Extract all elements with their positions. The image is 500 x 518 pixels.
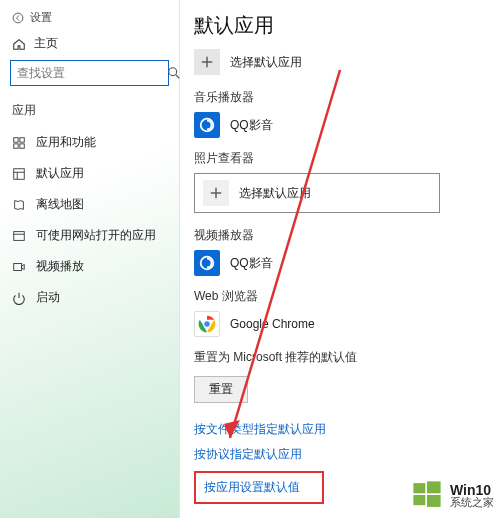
search-field[interactable]: [17, 66, 167, 80]
chrome-icon: [194, 311, 220, 337]
back-icon: [12, 12, 24, 24]
sidebar-item-label: 默认应用: [36, 165, 84, 182]
sidebar-item-label: 启动: [36, 289, 60, 306]
sidebar-section-heading: 应用: [10, 96, 169, 125]
svg-rect-10: [14, 231, 25, 240]
sidebar-item-apps-features[interactable]: 应用和功能: [10, 127, 169, 158]
home-icon: [12, 37, 26, 51]
plus-icon-box: [203, 180, 229, 206]
sidebar-item-website-apps[interactable]: 可使用网站打开的应用: [10, 220, 169, 251]
choose-default-label: 选择默认应用: [230, 54, 302, 71]
sidebar-item-offline-maps[interactable]: 离线地图: [10, 189, 169, 220]
svg-rect-12: [14, 263, 22, 270]
svg-rect-4: [20, 137, 24, 141]
startup-icon: [12, 291, 26, 305]
watermark-line1: Win10: [450, 483, 494, 497]
home-nav[interactable]: 主页: [10, 31, 169, 60]
reset-description: 重置为 Microsoft 推荐的默认值: [194, 349, 486, 366]
svg-rect-27: [427, 495, 441, 507]
svg-rect-3: [14, 137, 18, 141]
svg-rect-26: [413, 495, 425, 505]
svg-point-0: [13, 13, 23, 23]
plus-icon-box: [194, 49, 220, 75]
map-icon: [12, 198, 26, 212]
sidebar: 设置 主页 应用 应用和功能 默认应用 离线地图: [0, 0, 180, 518]
photo-viewer-choose[interactable]: 选择默认应用: [194, 173, 440, 213]
photo-choose-label: 选择默认应用: [239, 185, 311, 202]
svg-rect-6: [20, 143, 24, 147]
plus-icon: [200, 55, 214, 69]
music-player-row[interactable]: QQ影音: [194, 112, 486, 138]
sidebar-item-label: 视频播放: [36, 258, 84, 275]
svg-rect-7: [14, 168, 25, 179]
main-content: 默认应用 选择默认应用 音乐播放器 QQ影音 照片查看器 选择默认应用 视频播放…: [180, 0, 500, 518]
home-label: 主页: [34, 35, 58, 52]
section-photo-heading: 照片查看器: [194, 150, 486, 167]
default-apps-icon: [12, 167, 26, 181]
page-title: 默认应用: [194, 12, 486, 39]
sidebar-item-label: 离线地图: [36, 196, 84, 213]
choose-default-row[interactable]: 选择默认应用: [194, 49, 486, 75]
section-music-heading: 音乐播放器: [194, 89, 486, 106]
qq-music-icon: [194, 112, 220, 138]
link-by-file-type[interactable]: 按文件类型指定默认应用: [194, 421, 486, 438]
watermark: Win10 系统之家: [410, 478, 494, 512]
sidebar-item-default-apps[interactable]: 默认应用: [10, 158, 169, 189]
apps-icon: [12, 136, 26, 150]
link-by-protocol[interactable]: 按协议指定默认应用: [194, 446, 486, 463]
win10-logo-icon: [410, 478, 444, 512]
svg-point-21: [204, 321, 211, 328]
svg-rect-25: [427, 481, 441, 493]
svg-rect-5: [14, 143, 18, 147]
sidebar-item-label: 可使用网站打开的应用: [36, 227, 156, 244]
reset-button[interactable]: 重置: [194, 376, 248, 403]
sidebar-item-video-playback[interactable]: 视频播放: [10, 251, 169, 282]
link-by-app[interactable]: 按应用设置默认值: [194, 471, 324, 504]
window-title: 设置: [30, 10, 52, 25]
plus-icon: [209, 186, 223, 200]
sidebar-item-label: 应用和功能: [36, 134, 96, 151]
section-web-heading: Web 浏览器: [194, 288, 486, 305]
video-icon: [12, 260, 26, 274]
qq-video-icon: [194, 250, 220, 276]
search-input[interactable]: [10, 60, 169, 86]
web-browser-row[interactable]: Google Chrome: [194, 311, 486, 337]
window-title-row: 设置: [10, 6, 169, 31]
video-app-label: QQ影音: [230, 255, 273, 272]
music-app-label: QQ影音: [230, 117, 273, 134]
sidebar-item-startup[interactable]: 启动: [10, 282, 169, 313]
svg-rect-24: [413, 483, 425, 493]
watermark-line2: 系统之家: [450, 497, 494, 508]
video-player-row[interactable]: QQ影音: [194, 250, 486, 276]
search-icon: [167, 66, 181, 80]
web-app-label: Google Chrome: [230, 317, 315, 331]
svg-point-1: [169, 68, 177, 76]
svg-line-2: [176, 75, 180, 79]
section-video-heading: 视频播放器: [194, 227, 486, 244]
website-icon: [12, 229, 26, 243]
